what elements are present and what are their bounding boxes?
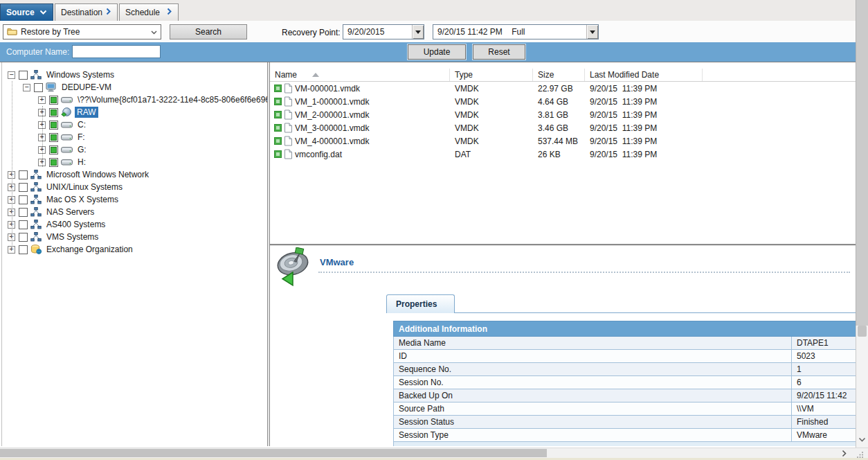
scrollbar-thumb[interactable] (0, 449, 547, 457)
tree-checkbox[interactable] (49, 133, 58, 142)
file-row[interactable]: VM_3-000001.vmdkVMDK3.46 GB9/20/15 11:39… (270, 121, 856, 134)
tree-item-label[interactable]: VMS Systems (44, 231, 100, 242)
tree-item[interactable]: −DEDUPE-VM (2, 81, 267, 94)
tree-checkbox[interactable] (49, 96, 58, 105)
tree-checkbox[interactable] (19, 220, 28, 229)
restore-mode-select[interactable]: Restore by Tree (3, 24, 161, 39)
computer-name-input[interactable] (72, 45, 161, 58)
tree-item[interactable]: +\??\Volume{8cf01a71-3222-11e4-8c85-806e… (2, 94, 267, 106)
tree-item-label[interactable]: Exchange Organization (44, 244, 135, 255)
property-value: 9/20/15 11:42 (792, 389, 856, 402)
tree-item[interactable]: +UNIX/Linux Systems (2, 181, 267, 193)
file-size: 3.46 GB (533, 123, 585, 133)
tab-source[interactable]: Source (0, 3, 53, 21)
tree-item-label[interactable]: G: (75, 144, 89, 155)
tree-item-label[interactable]: RAW (75, 107, 98, 118)
file-row[interactable]: VM-000001.vmdkVMDK22.97 GB9/20/15 11:39 … (270, 82, 856, 95)
tree-checkbox[interactable] (19, 208, 28, 217)
network-icon (30, 70, 42, 80)
column-header-type[interactable]: Type (450, 69, 533, 81)
recovery-session-select[interactable]: 9/20/15 11:42 PM Full (433, 24, 599, 39)
tree-item[interactable]: −Windows Systems (2, 69, 267, 81)
details-panel: VMware Properties Additional Information… (270, 246, 856, 446)
file-checkbox[interactable] (274, 111, 282, 118)
recovery-date-select[interactable]: 9/20/2015 (343, 24, 424, 39)
file-name[interactable]: VM_4-000001.vmdk (295, 136, 369, 146)
collapse-icon[interactable]: − (8, 71, 15, 79)
tree-checkbox[interactable] (19, 233, 28, 242)
dotted-separator (318, 272, 850, 273)
tree-item[interactable]: +Microsoft Windows Network (2, 168, 267, 181)
file-size: 537.44 MB (533, 136, 585, 146)
tree-checkbox[interactable] (19, 71, 28, 80)
file-name[interactable]: VM-000001.vmdk (295, 84, 360, 94)
tree-item-label[interactable]: H: (75, 157, 88, 168)
tab-schedule[interactable]: Schedule (119, 3, 179, 21)
column-header-modified[interactable]: Last Modified Date (585, 69, 703, 81)
tree-item-label[interactable]: DEDUPE-VM (60, 82, 114, 93)
tree-item-label[interactable]: NAS Servers (44, 206, 96, 218)
tab-destination[interactable]: Destination (55, 3, 118, 21)
file-row[interactable]: VM_1-000001.vmdkVMDK4.64 GB9/20/15 11:39… (270, 95, 856, 108)
tab-properties[interactable]: Properties (386, 294, 455, 313)
tree-checkbox[interactable] (49, 121, 58, 130)
vertical-scrollbar[interactable] (856, 326, 868, 448)
property-name: Backed Up On (394, 389, 792, 402)
exchange-icon (30, 245, 42, 254)
property-value: \\VM (792, 402, 856, 416)
column-header-name[interactable]: Name (270, 69, 450, 81)
file-checkbox[interactable] (274, 85, 282, 92)
update-button[interactable]: Update (408, 44, 466, 60)
property-name: Sequence No. (394, 363, 792, 376)
tree-item-label[interactable]: Mac OS X Systems (44, 194, 120, 205)
tree-item[interactable]: +NAS Servers (2, 206, 267, 218)
properties-table-wrap: Additional Information Media NameDTAPE1I… (393, 321, 856, 446)
tree-item[interactable]: +AS400 Systems (2, 218, 267, 231)
file-size: 4.64 GB (533, 97, 585, 107)
file-type: DAT (450, 150, 533, 159)
tree-item[interactable]: +VMS Systems (2, 231, 267, 243)
tree-checkbox[interactable] (49, 145, 58, 154)
property-name: Session Status (394, 416, 792, 429)
tree-item-label[interactable]: \??\Volume{8cf01a71-3222-11e4-8c85-806e6… (75, 94, 267, 105)
tree-item-label[interactable]: AS400 Systems (44, 219, 107, 230)
tree-checkbox[interactable] (19, 245, 28, 254)
tree-item[interactable]: +Mac OS X Systems (2, 193, 267, 206)
file-checkbox[interactable] (274, 124, 282, 132)
tree-checkbox[interactable] (19, 183, 28, 192)
file-name[interactable]: VM_3-000001.vmdk (295, 123, 369, 133)
dropdown-arrow-icon[interactable] (412, 25, 424, 39)
scroll-down-icon[interactable] (858, 435, 866, 445)
file-name[interactable]: vmconfig.dat (295, 150, 342, 159)
tree-item-label[interactable]: Microsoft Windows Network (44, 169, 151, 180)
reset-button[interactable]: Reset (473, 44, 525, 60)
tree-checkbox[interactable] (34, 83, 43, 92)
tree-item-label[interactable]: UNIX/Linux Systems (44, 182, 125, 193)
file-checkbox[interactable] (274, 98, 282, 105)
dropdown-arrow-icon[interactable] (586, 25, 598, 39)
computer-name-label: Computer Name: (6, 47, 69, 57)
tree-checkbox[interactable] (19, 170, 28, 179)
tree-item-label[interactable]: Windows Systems (44, 69, 116, 80)
scrollbar-thumb[interactable] (858, 326, 867, 337)
arrow-right-icon (167, 8, 172, 17)
network-icon (30, 195, 42, 204)
file-checkbox[interactable] (274, 150, 282, 158)
file-name[interactable]: VM_2-000001.vmdk (295, 110, 369, 120)
file-row[interactable]: vmconfig.datDAT26 KB9/20/15 11:39 PM (270, 148, 856, 161)
tree-item[interactable]: +Exchange Organization (2, 243, 267, 256)
tree-item-label[interactable]: F: (75, 132, 87, 143)
horizontal-scrollbar[interactable] (0, 448, 868, 458)
tree-checkbox[interactable] (49, 158, 58, 167)
column-header-size[interactable]: Size (533, 69, 585, 81)
file-row[interactable]: VM_4-000001.vmdkVMDK537.44 MB9/20/15 11:… (270, 134, 856, 148)
tree-checkbox[interactable] (49, 108, 58, 117)
file-name[interactable]: VM_1-000001.vmdk (295, 97, 369, 107)
expand-icon[interactable]: + (38, 96, 46, 104)
tree-checkbox[interactable] (19, 195, 28, 204)
search-button[interactable]: Search (170, 24, 247, 39)
file-checkbox[interactable] (274, 137, 282, 145)
tree-item-label[interactable]: C: (75, 119, 88, 130)
file-row[interactable]: VM_2-000001.vmdkVMDK3.81 GB9/20/15 11:39… (270, 108, 856, 121)
collapse-icon[interactable]: − (23, 84, 30, 91)
